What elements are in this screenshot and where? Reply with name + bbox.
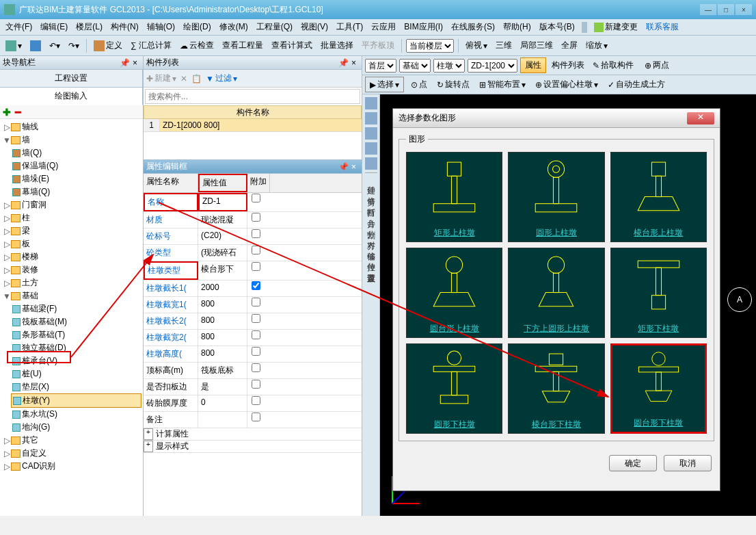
filter-button[interactable]: ▼过滤▾ [206,73,237,84]
tree-column[interactable]: ▷柱 [1,211,141,224]
tree-earth[interactable]: ▷土方 [1,276,141,289]
type-select[interactable]: 柱墩 [433,59,465,73]
prop-row-2[interactable]: 砼标号(C20) [144,229,362,245]
tool-5[interactable] [365,157,377,170]
new-change-link[interactable]: 新建变更 [591,20,640,34]
prop-row-9[interactable]: 柱墩高度(800 [144,346,362,363]
tree-other[interactable]: ▷其它 [1,434,141,447]
shape-option-2[interactable]: 棱台形上柱墩 [610,152,707,242]
tree-ins-wall[interactable]: 保温墙(Q) [11,159,141,172]
tree-iso[interactable]: 独立基础(D) [11,341,141,354]
category-select[interactable]: 基础 [399,59,431,73]
ok-button[interactable]: 确定 [609,455,657,471]
menu-help[interactable]: 帮助(H) [500,20,534,34]
tree-stair[interactable]: ▷楼梯 [1,250,141,263]
menu-tool[interactable]: 工具(T) [334,20,366,34]
overlook-button[interactable]: 俯视▾ [463,38,490,53]
tree-axis[interactable]: ▷轴线 [1,120,141,133]
save-button[interactable] [27,39,44,53]
menu-edit[interactable]: 编辑(E) [38,20,70,34]
shape-option-1[interactable]: 圆形上柱墩 [508,152,604,242]
current-floor-select[interactable]: 当前楼层 [406,39,454,53]
shape-option-0[interactable]: 矩形上柱墩 [406,152,502,242]
prop-row-11[interactable]: 是否扣板边是 [144,379,362,395]
menu-cloud[interactable]: 云应用 [368,20,399,34]
auto-earth-button[interactable]: ✓自动生成土方 [605,77,668,92]
menu-draw[interactable]: 绘图(D) [180,20,214,34]
prop-row-13[interactable]: 备注 [144,412,362,428]
pin-icon[interactable]: 📌 [338,162,349,172]
contact-service-link[interactable]: 联系客服 [643,20,681,34]
shape-option-4[interactable]: 下方上圆形上柱墩 [508,248,604,338]
prop-row-1[interactable]: 材质现浇混凝 [144,212,362,229]
three-d-button[interactable]: 三维 [493,38,515,53]
search-box[interactable] [145,89,360,104]
pin-icon[interactable]: 📌 [338,58,349,68]
define-button[interactable]: 定义 [91,38,125,53]
menu-component[interactable]: 构件(N) [108,20,141,34]
tab-draw-input[interactable]: 绘图输入 [0,88,143,105]
tab-project-settings[interactable]: 工程设置 [0,70,143,87]
shape-option-8[interactable]: 圆台形下柱墩 [610,343,707,434]
tree-wall[interactable]: ▼墙 [1,133,141,146]
search-input[interactable] [146,92,360,101]
tree-pile[interactable]: 桩(U) [11,367,141,380]
tree-door[interactable]: ▷门窗洞 [1,198,141,211]
maximize-button[interactable]: □ [718,4,734,15]
batch-select-button[interactable]: 批量选择 [318,38,356,53]
tree-trench[interactable]: 地沟(G) [11,421,141,434]
pick-component-button[interactable]: ✎拾取构件 [590,58,636,73]
prop-row-10[interactable]: 顶标高(m)筏板底标 [144,363,362,379]
prop-row-4[interactable]: 柱墩类型棱台形下 [144,261,362,280]
dialog-close-button[interactable]: ✕ [687,112,714,125]
tree-pier[interactable]: 柱墩(Y) [11,393,141,408]
compass-icon[interactable]: A [727,287,752,312]
tool-3[interactable] [365,127,377,140]
prop-row-5[interactable]: 柱墩截长1(2000 [144,280,362,297]
tool-2[interactable] [365,112,377,125]
prop-row-6[interactable]: 柱墩截宽1(800 [144,297,362,313]
tree-strip[interactable]: 条形基础(T) [11,328,141,341]
menu-view[interactable]: 视图(V) [298,20,331,34]
select-button[interactable]: ▶选择▾ [365,77,404,92]
offset-pier-button[interactable]: ⊕设置偏心柱墩▾ [532,77,601,92]
menu-floor[interactable]: 楼层(L) [73,20,105,34]
sum-calc-button[interactable]: ∑ 汇总计算 [128,38,174,53]
copy-button[interactable]: 📋 [191,74,202,83]
prop-row-8[interactable]: 柱墩截宽2(800 [144,330,362,346]
cloud-check-button[interactable]: ☁云检查 [177,38,217,53]
prop-row-3[interactable]: 砼类型(现浇碎石 [144,245,362,261]
menu-modify[interactable]: 修改(M) [217,20,251,34]
tree-wall-hole[interactable]: 墙垛(E) [11,172,141,185]
cancel-button[interactable]: 取消 [664,455,712,471]
tree-sump[interactable]: 集水坑(S) [11,408,141,421]
tree-foundation[interactable]: ▼基础 [1,289,141,302]
expand-all-button[interactable]: ✚ [3,107,11,118]
point-button[interactable]: ⊙点 [408,77,430,92]
delete-button[interactable]: ✕ [180,74,187,83]
tree-decoration[interactable]: ▷装修 [1,263,141,276]
prop-disp[interactable]: +显示样式 [144,441,362,453]
minimize-button[interactable]: — [700,4,716,15]
grid-row-1[interactable]: 1 ZD-1[2000 800] [144,119,362,132]
tree-slab[interactable]: ▷板 [1,237,141,250]
shape-option-3[interactable]: 圆台形上柱墩 [406,248,502,338]
menu-version[interactable]: 版本号(B) [537,20,578,34]
fullscreen-button[interactable]: 全屏 [558,38,580,53]
open-button[interactable]: ▾ [3,39,25,53]
prop-row-7[interactable]: 柱墩截长2(800 [144,313,362,330]
view-formula-button[interactable]: 查看计算式 [269,38,315,53]
zoom-button[interactable]: 缩放▾ [583,38,610,53]
tree-custom[interactable]: ▷自定义 [1,447,141,460]
tool-4[interactable] [365,142,377,155]
menu-axis[interactable]: 辅轴(O) [144,20,178,34]
tree-found-beam[interactable]: 基础梁(F) [11,302,141,315]
close-prop-button[interactable]: × [349,162,359,172]
undo-button[interactable]: ↶▾ [46,40,63,52]
tool-1[interactable] [365,97,377,109]
item-select[interactable]: ZD-1[200 [468,59,517,73]
prop-calc[interactable]: +计算属性 [144,428,362,441]
local-3d-button[interactable]: 局部三维 [517,38,556,53]
shape-option-5[interactable]: 矩形下柱墩 [610,248,707,338]
view-qty-button[interactable]: 查看工程量 [219,38,266,53]
